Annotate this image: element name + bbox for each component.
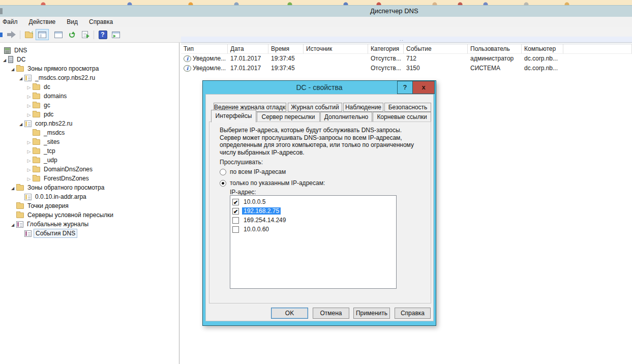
expander-open-icon[interactable]: [9, 65, 16, 72]
event-row-cell-date[interactable]: 17.01.2017: [228, 64, 268, 73]
expander-open-icon[interactable]: [9, 184, 16, 191]
expander-collapsed-icon[interactable]: [25, 157, 33, 164]
event-row-cell-computer[interactable]: dc.corp.nb...: [522, 64, 563, 73]
tree-item-zone[interactable]: _msdcs.corp.nbs22.ru: [0, 73, 179, 82]
checkbox-unchecked-icon[interactable]: [232, 217, 239, 224]
menu-action[interactable]: Действие: [23, 17, 62, 27]
expander-collapsed-icon[interactable]: [25, 138, 33, 145]
tab-event-logging[interactable]: Журнал событий: [288, 103, 342, 112]
back-icon[interactable]: [0, 33, 3, 37]
expander-open-icon[interactable]: [9, 221, 16, 228]
tree-item-conditional-forwarders[interactable]: Серверы условной пересылки: [0, 210, 179, 220]
window-titlebar[interactable]: Диспетчер DNS: [0, 5, 632, 17]
tree-item[interactable]: ForestDnsZones: [0, 174, 179, 183]
event-row-cell-computer[interactable]: dc.corp.nb...: [522, 54, 563, 64]
checkbox-checked-icon[interactable]: [232, 199, 239, 205]
cancel-button[interactable]: Отмена: [313, 308, 349, 319]
expander-collapsed-icon[interactable]: [25, 111, 33, 118]
menu-view[interactable]: Вид: [61, 17, 83, 27]
tree-item[interactable]: _sites: [0, 137, 179, 146]
expander-open-icon[interactable]: [17, 120, 24, 127]
event-row-cell-time[interactable]: 19:37:45: [268, 54, 304, 64]
apply-button[interactable]: Применить: [353, 308, 390, 319]
dialog-help-button[interactable]: ?: [397, 81, 413, 94]
expander-collapsed-icon[interactable]: [25, 83, 33, 90]
event-row-cell-category[interactable]: Отсутств...: [368, 64, 404, 73]
column-header-source[interactable]: Источник: [304, 44, 368, 54]
tree-item-dns-events[interactable]: События DNS: [0, 229, 179, 238]
ip-list-item[interactable]: 192.168.2.75: [232, 206, 396, 216]
event-row-cell-user[interactable]: администратор: [468, 54, 522, 64]
tab-security[interactable]: Безопасность: [384, 103, 431, 112]
radio-on-icon[interactable]: [220, 180, 226, 187]
event-row-cell-date[interactable]: 17.01.2017: [228, 54, 268, 64]
ok-button[interactable]: OK: [271, 308, 308, 319]
expander-open-icon[interactable]: [1, 56, 8, 63]
column-header-event[interactable]: Событие: [404, 44, 468, 54]
column-header-category[interactable]: Категория: [368, 44, 404, 54]
forward-button[interactable]: [5, 29, 18, 40]
event-row-cell-event[interactable]: 3150: [404, 64, 468, 73]
properties-button[interactable]: [52, 29, 65, 40]
expander-collapsed-icon[interactable]: [25, 147, 33, 155]
ip-list-item[interactable]: 169.254.14.249: [232, 216, 396, 225]
tree-item-reverse-zones[interactable]: Зоны обратного просмотра: [0, 183, 179, 192]
new-window-button[interactable]: [109, 29, 123, 40]
menu-help[interactable]: Справка: [83, 17, 118, 27]
up-folder-button[interactable]: ↑: [22, 29, 36, 40]
ip-list-item[interactable]: 10.0.0.60: [232, 225, 396, 234]
checkbox-unchecked-icon[interactable]: [232, 226, 239, 233]
tree-item[interactable]: gc: [0, 101, 179, 110]
tree-item[interactable]: _msdcs: [0, 128, 179, 137]
tree-item[interactable]: _udp: [0, 156, 179, 165]
refresh-button[interactable]: [65, 29, 78, 40]
tree-item-global-logs[interactable]: Глобальные журналы: [0, 220, 179, 229]
tree-item-server-dc[interactable]: DC: [0, 55, 179, 64]
ip-address-listbox[interactable]: 10.0.0.5 192.168.2.75 169.254.14.249 10.…: [230, 195, 397, 289]
event-row-cell-category[interactable]: Отсутств...: [368, 54, 404, 64]
radio-off-icon[interactable]: [220, 169, 226, 175]
tree-item-forward-zones[interactable]: Зоны прямого просмотра: [0, 64, 179, 73]
tree-item[interactable]: domains: [0, 92, 179, 101]
expander-open-icon[interactable]: [17, 74, 24, 81]
tree-item-zone[interactable]: 0.0.10.in-addr.arpa: [0, 192, 179, 201]
tab-monitoring[interactable]: Наблюдение: [343, 103, 383, 112]
expander-collapsed-icon[interactable]: [25, 93, 33, 100]
ip-list-item[interactable]: 10.0.0.5: [232, 197, 396, 206]
tree-item[interactable]: dc: [0, 82, 179, 92]
event-row-cell-event[interactable]: 712: [404, 54, 468, 64]
tab-root-hints[interactable]: Корневые ссылки: [373, 112, 431, 122]
expander-collapsed-icon[interactable]: [25, 102, 33, 109]
tree-item-dns-root[interactable]: DNS: [0, 46, 179, 55]
column-header-user[interactable]: Пользователь: [468, 44, 522, 54]
radio-specified-ip-addresses[interactable]: только по указанным IP-адресам:: [220, 179, 325, 187]
help-dialog-button[interactable]: Справка: [395, 308, 431, 319]
event-row-cell-source[interactable]: [304, 54, 368, 64]
show-console-tree-button[interactable]: [36, 29, 49, 40]
event-row-cell-source[interactable]: [304, 64, 368, 73]
expander-collapsed-icon[interactable]: [25, 166, 33, 173]
help-button[interactable]: [96, 29, 109, 40]
close-icon[interactable]: x: [412, 81, 435, 94]
column-header-date[interactable]: Дата: [228, 44, 268, 54]
tab-advanced[interactable]: Дополнительно: [320, 112, 372, 122]
tab-forwarders[interactable]: Сервер пересылки: [257, 112, 320, 122]
event-row-cell-time[interactable]: 19:37:45: [268, 64, 304, 73]
export-list-button[interactable]: [78, 29, 92, 40]
event-row-cell-type[interactable]: Уведомле...: [181, 64, 228, 73]
tree-item[interactable]: DomainDnsZones: [0, 165, 179, 174]
expander-collapsed-icon[interactable]: [25, 175, 33, 182]
column-header-type[interactable]: Тип: [181, 44, 228, 54]
event-row-cell-type[interactable]: Уведомле...: [181, 54, 228, 64]
column-header-computer[interactable]: Компьютер: [522, 44, 563, 54]
column-header-time[interactable]: Время: [268, 44, 304, 54]
menu-file[interactable]: Файл: [0, 17, 23, 27]
radio-all-ip-addresses[interactable]: по всем IP-адресам: [220, 168, 286, 175]
tree-item[interactable]: _tcp: [0, 146, 179, 156]
tree-item[interactable]: pdc: [0, 110, 179, 119]
tree-item-zone[interactable]: corp.nbs22.ru: [0, 119, 179, 128]
event-row-cell-user[interactable]: СИСТЕМА: [468, 64, 522, 73]
tab-interfaces[interactable]: Интерфейсы: [211, 110, 256, 123]
checkbox-checked-icon[interactable]: [232, 208, 239, 215]
tree-item-trust-points[interactable]: Точки доверия: [0, 201, 179, 210]
